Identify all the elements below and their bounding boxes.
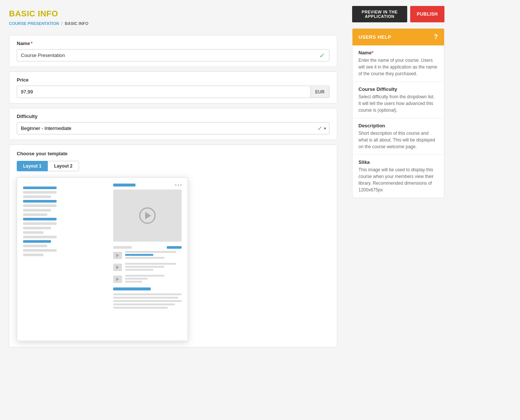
help-panel: USERS HELP ? Name* Enter the name of you… [352,28,444,198]
breadcrumb: COURSE PRESENTATION / BASIC INFO [9,21,337,26]
layout-tab-1[interactable]: Layout 1 [17,161,48,171]
sidebar: PREVIEW IN THE APPLICATION PUBLISH USERS… [346,0,450,420]
preview-main [109,184,182,335]
preview-list-item-1 [113,251,182,260]
preview-video [113,190,182,242]
breadcrumb-separator: / [61,21,63,26]
difficulty-arrow-icon: ▾ [324,126,326,131]
sidebar-top-actions: PREVIEW IN THE APPLICATION PUBLISH [352,6,444,22]
help-item-difficulty-title: Course Difficulty [358,86,438,92]
preview-play-icon [139,207,156,224]
help-question-mark: ? [434,33,438,41]
name-field-card: Name* ✓ [9,35,337,67]
name-label: Name* [17,41,329,46]
template-label: Choose your template [17,151,329,156]
help-header: USERS HELP ? [352,29,444,45]
help-item-slika: Slika This image will be used to display… [352,155,444,198]
price-input-wrapper: EUR [17,86,329,98]
help-item-name-desc: Enter the name of your course. Users wil… [358,57,438,77]
difficulty-select-wrapper: Beginner - Intermediate Beginner Interme… [17,122,329,134]
help-item-name-title: Name* [358,50,438,55]
breadcrumb-current: BASIC INFO [65,21,89,26]
breadcrumb-link[interactable]: COURSE PRESENTATION [9,21,59,26]
difficulty-check-icon: ✓ [318,125,322,132]
page-title: BASIC INFO [9,9,337,19]
name-input-wrapper: ✓ [17,49,329,61]
price-label: Price [17,77,329,83]
difficulty-field-card: Difficulty Beginner - Intermediate Begin… [9,108,337,140]
help-item-description: Description Short description of this co… [352,118,444,155]
template-field-card: Choose your template Layout 1 Layout 2 [9,144,337,347]
name-input[interactable] [17,49,329,61]
help-title: USERS HELP [358,34,391,40]
help-item-description-desc: Short description of this course and wha… [358,130,438,150]
name-check-icon: ✓ [319,51,325,60]
help-item-slika-desc: This image will be used to display this … [358,166,438,193]
preview-list-item-2 [113,263,182,272]
currency-badge: EUR [310,86,329,98]
price-input[interactable] [17,86,310,98]
difficulty-select[interactable]: Beginner - Intermediate Beginner Interme… [17,122,318,134]
help-item-name: Name* Enter the name of your course. Use… [352,45,444,82]
help-item-slika-title: Slika [358,159,438,165]
help-item-description-title: Description [358,123,438,128]
help-item-difficulty-desc: Select difficulty from the dropdown list… [358,93,438,114]
preview-list-item-3 [113,275,182,284]
name-required-marker: * [31,41,32,46]
layout-tab-2[interactable]: Layout 2 [48,161,79,171]
price-field-card: Price EUR [9,71,337,104]
preview-sidebar [23,184,64,335]
layout-tabs: Layout 1 Layout 2 [17,161,329,171]
preview-button[interactable]: PREVIEW IN THE APPLICATION [352,6,407,22]
help-item-difficulty: Course Difficulty Select difficulty from… [352,82,444,118]
publish-button[interactable]: PUBLISH [410,6,444,22]
template-preview [17,177,188,341]
difficulty-label: Difficulty [17,114,329,119]
